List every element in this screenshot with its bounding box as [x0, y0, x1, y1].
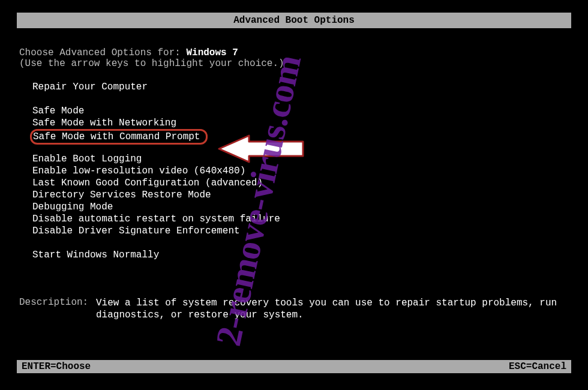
description-text: View a list of system recovery tools you…: [96, 297, 571, 321]
menu-item[interactable]: Debugging Mode: [31, 201, 114, 213]
os-name: Windows 7: [186, 47, 238, 58]
menu-group: Start Windows Normally: [31, 249, 571, 261]
footer-esc: ESC=Cancel: [509, 361, 566, 372]
menu-item[interactable]: Repair Your Computer: [31, 81, 149, 93]
main-content: Choose Advanced Options for: Windows 7 (…: [17, 28, 571, 321]
boot-menu[interactable]: Repair Your ComputerSafe ModeSafe Mode w…: [17, 81, 571, 261]
menu-item[interactable]: Disable automatic restart on system fail…: [31, 213, 281, 225]
menu-item[interactable]: Start Windows Normally: [31, 249, 160, 261]
menu-item[interactable]: Directory Services Restore Mode: [31, 189, 212, 201]
menu-item[interactable]: Safe Mode with Command Prompt: [30, 129, 208, 145]
menu-item[interactable]: Last Known Good Configuration (advanced): [31, 177, 264, 189]
menu-item[interactable]: Enable low-resolution video (640x480): [31, 165, 247, 177]
menu-group: Safe ModeSafe Mode with NetworkingSafe M…: [31, 105, 571, 141]
menu-item[interactable]: Safe Mode: [31, 105, 85, 117]
intro-prefix: Choose Advanced Options for:: [19, 47, 186, 58]
menu-group: Enable Boot LoggingEnable low-resolution…: [31, 153, 571, 237]
title-bar: Advanced Boot Options: [17, 13, 571, 28]
hint-line: (Use the arrow keys to highlight your ch…: [17, 58, 571, 69]
menu-item[interactable]: Disable Driver Signature Enforcement: [31, 225, 241, 237]
intro-line: Choose Advanced Options for: Windows 7: [17, 47, 571, 58]
footer-bar: ENTER=Choose ESC=Cancel: [17, 360, 571, 373]
menu-group: Repair Your Computer: [31, 81, 571, 93]
menu-item[interactable]: Safe Mode with Networking: [31, 117, 178, 129]
menu-item[interactable]: Enable Boot Logging: [31, 153, 143, 165]
footer-enter: ENTER=Choose: [22, 361, 91, 372]
description-label: Description:: [19, 297, 96, 321]
description-block: Description: View a list of system recov…: [17, 297, 571, 321]
page-title: Advanced Boot Options: [233, 15, 355, 26]
